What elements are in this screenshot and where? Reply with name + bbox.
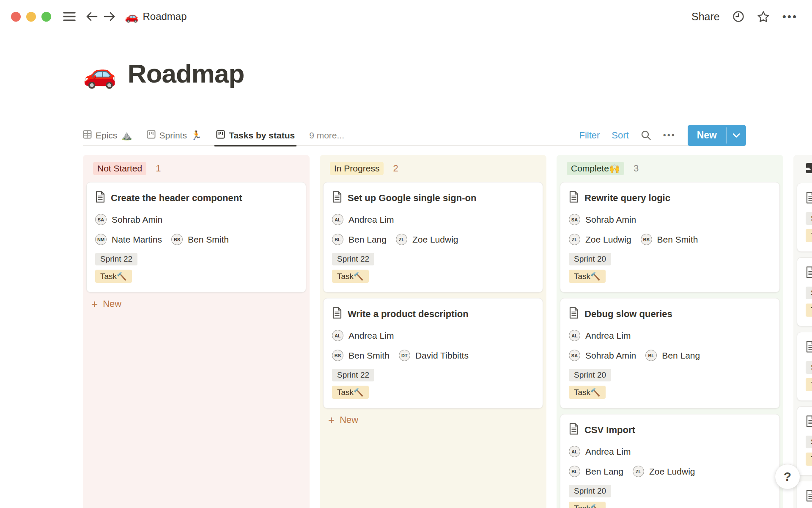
task-type-tag[interactable]: Task🔨 xyxy=(332,270,369,283)
assignee[interactable]: SASohrab Amin xyxy=(569,350,636,361)
tab-sprints[interactable]: Sprints 🏃 xyxy=(147,125,202,146)
assignee[interactable]: ALAndrea Lim xyxy=(332,214,394,225)
assignee-name: Ben Smith xyxy=(657,235,698,245)
assignee[interactable]: NMNate Martins xyxy=(95,234,162,245)
page-icon xyxy=(806,341,812,355)
column-hidden-partial: Sprint Task🔨 Sprint Task🔨 Sprint Task🔨 S… xyxy=(793,155,812,508)
assignee[interactable]: BLBen Lang xyxy=(569,466,623,477)
add-card-button[interactable]: +New xyxy=(91,298,121,309)
avatar: BS xyxy=(171,234,183,245)
task-card[interactable]: Sprint Task🔨 xyxy=(797,332,812,401)
task-card[interactable]: Set up Google single sign-on ALAndrea Li… xyxy=(323,182,543,293)
column-header[interactable] xyxy=(805,162,812,176)
search-icon[interactable] xyxy=(641,130,651,141)
add-card-button[interactable]: +New xyxy=(328,414,358,425)
clock-history-icon[interactable] xyxy=(732,11,744,22)
task-type-tag[interactable]: Task🔨 xyxy=(332,386,369,399)
task-card[interactable]: Sprint Task🔨 xyxy=(797,183,812,252)
assignee[interactable]: ZLZoe Ludwig xyxy=(633,466,695,477)
minimize-window-button[interactable] xyxy=(26,12,36,22)
forward-arrow-icon[interactable] xyxy=(104,11,115,22)
avatar: AL xyxy=(569,330,580,341)
task-card[interactable]: Sprint Task🔨 xyxy=(797,481,812,508)
task-card[interactable]: Rewrite query logic SASohrab Amin ZLZoe … xyxy=(560,182,780,293)
avatar: NM xyxy=(95,234,107,245)
assignee[interactable]: BSBen Smith xyxy=(171,234,229,245)
zoom-window-button[interactable] xyxy=(41,12,51,22)
sprint-tag[interactable]: Sprint 22 xyxy=(332,369,374,381)
task-type-tag[interactable]: Task🔨 xyxy=(569,502,606,508)
task-type-tag[interactable]: Task🔨 xyxy=(569,270,606,283)
sprint-tag[interactable]: Sprint 20 xyxy=(569,485,611,497)
avatar: AL xyxy=(332,214,343,225)
assignee[interactable]: BSBen Smith xyxy=(332,350,390,361)
task-card[interactable]: Sprint Task🔨 xyxy=(797,257,812,326)
breadcrumb[interactable]: 🚗 Roadmap xyxy=(125,10,187,23)
task-type-tag[interactable]: Task🔨 xyxy=(569,386,606,399)
assignee[interactable]: SASohrab Amin xyxy=(95,214,162,225)
filter-button[interactable]: Filter xyxy=(579,130,600,141)
assignee[interactable]: BSBen Smith xyxy=(641,234,698,245)
assignee-name: Nate Martins xyxy=(112,235,162,245)
assignee-name: Ben Lang xyxy=(348,235,387,245)
plus-icon: + xyxy=(328,414,335,425)
task-type-tag[interactable]: Task🔨 xyxy=(806,304,812,317)
assignee[interactable]: SASohrab Amin xyxy=(569,214,636,225)
sprint-tag[interactable]: Sprint 22 xyxy=(332,253,374,265)
assignee-name: Andrea Lim xyxy=(585,331,631,341)
sort-button[interactable]: Sort xyxy=(612,130,628,141)
page-icon xyxy=(569,307,579,321)
more-views-link[interactable]: 9 more... xyxy=(309,130,344,141)
task-card[interactable]: Create the header component SASohrab Ami… xyxy=(86,182,306,293)
task-card[interactable]: Write a product description ALAndrea Lim… xyxy=(323,298,543,409)
back-arrow-icon[interactable] xyxy=(86,11,98,22)
column-header[interactable]: Complete🙌 3 xyxy=(567,162,777,175)
column-header[interactable]: In Progress 2 xyxy=(330,162,540,175)
task-type-tag[interactable]: Task🔨 xyxy=(806,378,812,391)
sidebar-menu-icon[interactable] xyxy=(63,11,76,22)
sprint-tag[interactable]: Sprint 20 xyxy=(569,369,611,381)
assignee[interactable]: ALAndrea Lim xyxy=(569,446,631,457)
assignee[interactable]: ZLZoe Ludwig xyxy=(396,234,458,245)
sprint-tag[interactable]: Sprint xyxy=(806,212,812,225)
sprint-tag[interactable]: Sprint 22 xyxy=(95,253,137,265)
new-button[interactable]: New xyxy=(688,125,726,146)
task-type-tag[interactable]: Task🔨 xyxy=(806,229,812,242)
view-options-icon[interactable]: ••• xyxy=(663,130,676,140)
card-title: Write a product description xyxy=(348,309,469,320)
share-button[interactable]: Share xyxy=(691,11,720,23)
view-tabs-row: Epics ⛰️ Sprints 🏃 Tasks by status 9 mor… xyxy=(83,125,746,146)
tab-epics[interactable]: Epics ⛰️ xyxy=(83,125,132,146)
task-card[interactable]: Debug slow queries ALAndrea Lim SASohrab… xyxy=(560,298,780,409)
column-header[interactable]: Not Started 1 xyxy=(93,162,304,175)
sprint-tag[interactable]: Sprint xyxy=(806,436,812,448)
avatar: AL xyxy=(569,446,580,457)
mountain-emoji-icon: ⛰️ xyxy=(121,130,132,141)
assignee[interactable]: BLBen Lang xyxy=(645,350,700,361)
view-toolbar: Filter Sort ••• New xyxy=(579,125,746,146)
assignee[interactable]: ALAndrea Lim xyxy=(569,330,631,341)
favorite-star-icon[interactable] xyxy=(757,11,770,22)
task-type-tag[interactable]: Task🔨 xyxy=(806,453,812,466)
assignee[interactable]: ALAndrea Lim xyxy=(332,330,394,341)
help-button[interactable]: ? xyxy=(775,464,800,489)
sprint-tag[interactable]: Sprint xyxy=(806,361,812,374)
task-type-tag[interactable]: Task🔨 xyxy=(95,270,132,283)
assignee-name: Sohrab Amin xyxy=(585,351,636,361)
more-options-icon[interactable]: ••• xyxy=(782,10,798,23)
close-window-button[interactable] xyxy=(11,12,21,22)
sprint-tag[interactable]: Sprint xyxy=(806,287,812,299)
column-not-started: Not Started 1 Create the header componen… xyxy=(83,155,310,508)
new-dropdown-chevron-icon[interactable] xyxy=(727,125,746,146)
assignee[interactable]: DTDavid Tibbitts xyxy=(399,350,469,361)
card-count: 2 xyxy=(393,163,398,174)
new-button-group: New xyxy=(688,125,746,146)
assignee[interactable]: ZLZoe Ludwig xyxy=(569,234,631,245)
sprint-tag[interactable]: Sprint 20 xyxy=(569,253,611,265)
car-emoji-page-icon[interactable]: 🚗 xyxy=(83,60,117,87)
card-title: CSV Import xyxy=(584,425,635,436)
tab-tasks-by-status[interactable]: Tasks by status xyxy=(216,125,295,146)
assignee[interactable]: BLBen Lang xyxy=(332,234,387,245)
task-card[interactable]: CSV Import ALAndrea Lim BLBen Lang ZLZoe… xyxy=(560,414,780,508)
task-card[interactable]: Sprint Task🔨 xyxy=(797,406,812,475)
